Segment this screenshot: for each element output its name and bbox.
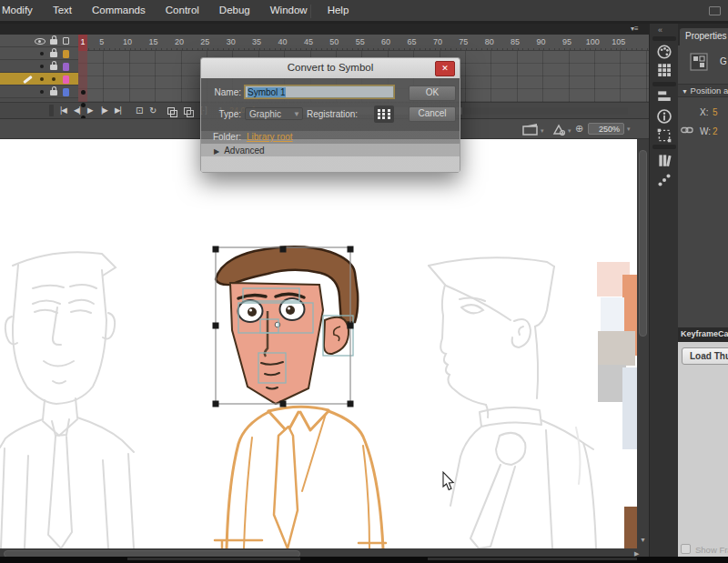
symbol-name-input[interactable]: Symbol 1 <box>245 85 394 98</box>
timeline-splitter[interactable] <box>49 105 54 116</box>
scroll-down-icon[interactable]: ▼ <box>640 537 646 543</box>
tab-keyframecaddy[interactable]: KeyframeCaddy <box>678 327 728 342</box>
lock-column-icon[interactable] <box>50 39 57 45</box>
edit-symbols-icon[interactable] <box>551 123 566 136</box>
menu-divider <box>310 5 311 18</box>
center-stage-icon[interactable]: ⊕ <box>575 123 583 135</box>
advanced-expand-icon: ▶ <box>214 147 219 156</box>
folder-link[interactable]: Library root <box>247 132 293 142</box>
x-coordinate-value-clipped[interactable]: 5 <box>713 107 722 116</box>
section-position-and-size[interactable]: ▼ Position an <box>678 84 728 97</box>
registration-point-grid[interactable] <box>374 106 394 123</box>
menu-item-text[interactable]: Text <box>43 0 82 15</box>
playhead[interactable]: 1 <box>78 35 87 51</box>
vertical-scrollbar[interactable]: ▼ <box>637 139 649 548</box>
layer-outline-color-swatch[interactable] <box>63 63 69 71</box>
ruler-tick-90: 90 <box>532 37 551 46</box>
layer-visibility-dot[interactable] <box>40 65 44 68</box>
selected-character-artwork[interactable] <box>215 246 386 548</box>
tl-btn-step-back[interactable]: ◀| <box>74 106 80 115</box>
ruler-tick-55: 55 <box>351 37 369 46</box>
ruler-tick-45: 45 <box>299 37 318 46</box>
layer-visibility-dot[interactable] <box>40 52 44 55</box>
tl-btn-play[interactable]: ▶ <box>87 106 93 115</box>
tab-properties[interactable]: Properties <box>680 28 728 45</box>
ruler-tick-100: 100 <box>583 37 602 46</box>
edit-scene-icon[interactable] <box>522 123 539 136</box>
layer-toggle-dot[interactable] <box>52 77 56 81</box>
edit-symbols-caret-icon[interactable]: ▾ <box>568 127 571 135</box>
window-controls-icon[interactable] <box>709 6 721 15</box>
stage-artwork <box>0 139 637 548</box>
menu-item-control[interactable]: Control <box>156 0 209 15</box>
dialog-close-button[interactable]: ✕ <box>435 61 455 76</box>
timeline-ruler[interactable]: 1510152025303540455055606570758085909510… <box>78 35 649 51</box>
outline-column-icon[interactable] <box>63 37 69 45</box>
menu-item-help[interactable]: Help <box>318 0 359 15</box>
dialog-title-bar[interactable]: Convert to Symbol ✕ <box>201 58 460 78</box>
show-frames-checkbox[interactable] <box>681 544 691 554</box>
onion-skin-icon[interactable] <box>167 107 175 115</box>
layer-outline-color-swatch[interactable] <box>63 75 69 84</box>
dock-group-grip[interactable] <box>652 145 676 149</box>
ok-button[interactable]: OK <box>409 85 456 101</box>
dock-collapse-icon[interactable]: « <box>658 25 662 35</box>
swatches-panel-icon[interactable] <box>655 62 673 78</box>
visibility-column-icon[interactable] <box>35 38 46 45</box>
motion-presets-panel-icon[interactable] <box>655 172 673 188</box>
bottom-edge-segment <box>428 558 637 560</box>
layer-lock-icon[interactable] <box>50 52 57 57</box>
menu-item-modify[interactable]: Modify <box>0 0 43 15</box>
tl-btn-last-frame[interactable]: ▶| <box>115 106 121 115</box>
registration-label: Registration: <box>307 109 370 119</box>
layer-outline-color-swatch[interactable] <box>63 88 69 96</box>
color-panel-icon[interactable] <box>655 44 673 60</box>
timeline-panel-menu-icon[interactable]: ▾≡ <box>631 25 639 33</box>
onion-skin-outlines-icon[interactable] <box>184 107 191 115</box>
menu-item-window[interactable]: Window <box>260 0 318 15</box>
dialog-body: Name: Symbol 1 OK Type: ▼ Graphic Regist… <box>201 78 460 173</box>
zoom-level-select[interactable]: 250% <box>588 123 624 135</box>
layer-row-2[interactable] <box>0 60 78 73</box>
tl-btn-center-frame[interactable]: ⊡ <box>136 106 143 116</box>
layer-row-1[interactable] <box>0 47 78 60</box>
layer-visibility-dot[interactable] <box>40 90 44 94</box>
menu-item-commands[interactable]: Commands <box>82 0 156 15</box>
dock-group-grip[interactable] <box>652 36 676 41</box>
keyframe-dot-layer-2[interactable] <box>81 103 86 107</box>
link-width-height-icon[interactable] <box>681 126 693 135</box>
zoom-caret-icon[interactable]: ▾ <box>627 126 631 133</box>
layer-lock-icon[interactable] <box>50 65 57 70</box>
vertical-scrollbar-thumb[interactable] <box>639 150 647 337</box>
ruler-tick-60: 60 <box>377 37 395 46</box>
edit-scene-caret-icon[interactable]: ▾ <box>541 127 544 135</box>
stage-canvas[interactable] <box>0 139 637 548</box>
library-panel-icon[interactable] <box>655 152 673 168</box>
width-value-clipped[interactable]: 2 <box>713 126 722 135</box>
symbol-type-select[interactable]: ▼ Graphic <box>245 107 303 120</box>
info-panel-icon[interactable] <box>655 108 673 125</box>
keyframe-dot-layer-1[interactable] <box>81 90 86 95</box>
ruler-tick-15: 15 <box>145 37 163 46</box>
layer-lock-icon[interactable] <box>50 90 57 96</box>
menu-item-debug[interactable]: Debug <box>209 0 260 15</box>
symbol-type-text-fragment: G <box>720 56 727 66</box>
tl-btn-loop[interactable]: ↻ <box>149 106 157 116</box>
ruler-tick-65: 65 <box>403 37 421 46</box>
align-panel-icon[interactable] <box>655 88 673 105</box>
tl-btn-first-frame[interactable]: |◀ <box>60 106 66 115</box>
layer-row-3-selected[interactable] <box>0 73 78 85</box>
layer-row-4[interactable] <box>0 85 78 98</box>
cancel-button[interactable]: Cancel <box>409 106 456 122</box>
ruler-tick-10: 10 <box>118 37 136 46</box>
tl-btn-step-forward[interactable]: |▶ <box>101 106 107 115</box>
transform-panel-icon[interactable] <box>655 127 673 144</box>
panel-dock: « <box>649 24 678 563</box>
ruler-tick-85: 85 <box>506 37 524 46</box>
section-collapse-icon[interactable]: ▼ <box>682 88 688 95</box>
layer-outline-color-swatch[interactable] <box>63 50 69 58</box>
dock-group-grip[interactable] <box>652 82 676 86</box>
advanced-section-toggle[interactable]: ▶Advanced <box>214 146 265 156</box>
layer-toggle-dot[interactable] <box>40 77 44 81</box>
load-thumbnails-button[interactable]: Load Thum <box>682 347 728 365</box>
